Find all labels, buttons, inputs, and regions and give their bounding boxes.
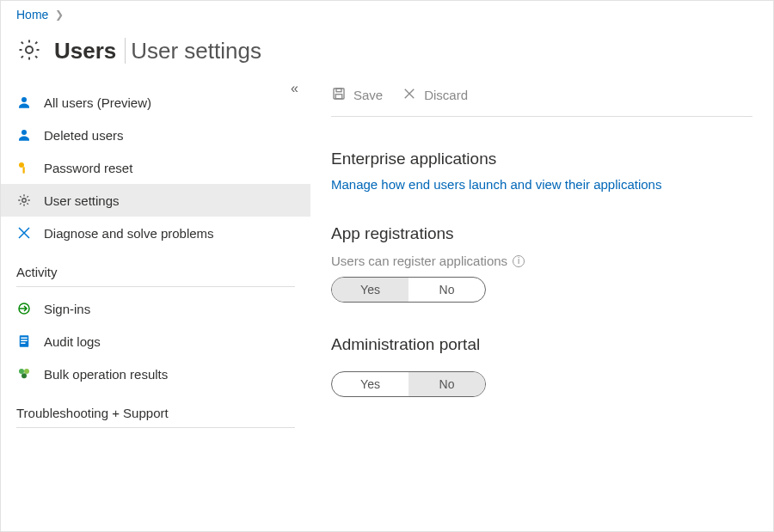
user-icon [16, 95, 32, 110]
svg-rect-16 [335, 95, 342, 99]
section-appreg-title: App registrations [331, 224, 752, 243]
svg-point-0 [26, 46, 33, 53]
toolbar: Save Discard [331, 81, 752, 117]
appreg-toggle-no[interactable]: No [408, 278, 485, 302]
page-subtitle: User settings [125, 38, 261, 64]
sidebar: « All users (Preview) Deleted users Pass… [1, 81, 310, 525]
discard-label: Discard [424, 88, 468, 102]
main-content: Save Discard Enterprise applications Man… [310, 81, 773, 525]
sidebar-item-deleted-users[interactable]: Deleted users [1, 119, 310, 151]
sidebar-item-bulk-results[interactable]: Bulk operation results [1, 358, 310, 390]
svg-rect-15 [336, 89, 341, 92]
sidebar-item-user-settings[interactable]: User settings [1, 184, 310, 217]
sidebar-section-troubleshoot: Troubleshooting + Support [16, 390, 295, 428]
svg-point-13 [22, 373, 27, 378]
key-icon [16, 160, 32, 175]
appreg-toggle[interactable]: Yes No [331, 277, 486, 303]
svg-point-11 [19, 369, 24, 374]
svg-point-3 [19, 162, 24, 168]
sidebar-item-label: User settings [44, 193, 120, 208]
enterprise-manage-link[interactable]: Manage how end users launch and view the… [331, 177, 752, 192]
section-adminportal-title: Administration portal [331, 335, 752, 354]
gear-icon [16, 193, 32, 208]
save-button[interactable]: Save [331, 86, 383, 104]
appreg-toggle-yes[interactable]: Yes [332, 278, 408, 302]
sidebar-section-activity: Activity [16, 249, 295, 287]
svg-point-12 [24, 369, 29, 374]
page-title: Users [54, 38, 116, 64]
collapse-icon[interactable]: « [291, 81, 298, 96]
adminportal-toggle-yes[interactable]: Yes [332, 372, 408, 396]
appreg-field-text: Users can register applications [331, 254, 507, 268]
page-title-row: Users User settings [1, 25, 773, 81]
svg-point-2 [22, 130, 27, 135]
sidebar-item-audit-logs[interactable]: Audit logs [1, 325, 310, 358]
sidebar-item-label: Audit logs [44, 334, 101, 349]
wrench-icon [16, 225, 32, 241]
sidebar-item-label: Diagnose and solve problems [44, 226, 214, 241]
user-icon [16, 127, 32, 143]
discard-button[interactable]: Discard [402, 86, 468, 104]
svg-rect-10 [21, 343, 25, 345]
breadcrumb-home[interactable]: Home [16, 8, 48, 21]
sidebar-item-label: Deleted users [44, 128, 124, 143]
chevron-right-icon: ❯ [55, 9, 64, 21]
breadcrumb: Home ❯ [1, 1, 773, 25]
sidebar-item-password-reset[interactable]: Password reset [1, 151, 310, 184]
sidebar-item-sign-ins[interactable]: Sign-ins [1, 292, 310, 325]
section-enterprise-title: Enterprise applications [331, 150, 752, 168]
log-icon [16, 333, 32, 349]
sidebar-item-label: Password reset [44, 161, 132, 175]
svg-rect-4 [23, 167, 25, 174]
adminportal-toggle-no[interactable]: No [408, 372, 485, 396]
svg-point-5 [22, 199, 27, 203]
bulk-icon [16, 366, 32, 382]
adminportal-toggle[interactable]: Yes No [331, 371, 486, 397]
sidebar-item-label: Bulk operation results [44, 367, 168, 382]
signin-icon [16, 301, 32, 316]
info-icon[interactable]: i [513, 255, 525, 267]
discard-icon [402, 86, 417, 104]
sidebar-item-diagnose[interactable]: Diagnose and solve problems [1, 217, 310, 249]
svg-point-1 [22, 97, 27, 102]
gear-icon [16, 37, 42, 65]
sidebar-item-all-users[interactable]: All users (Preview) [1, 86, 310, 119]
svg-rect-8 [21, 338, 28, 339]
sidebar-item-label: Sign-ins [44, 302, 90, 316]
appreg-field-label: Users can register applications i [331, 254, 752, 268]
svg-rect-9 [21, 340, 28, 342]
save-icon [331, 86, 347, 104]
save-label: Save [353, 88, 383, 102]
sidebar-item-label: All users (Preview) [44, 95, 151, 110]
